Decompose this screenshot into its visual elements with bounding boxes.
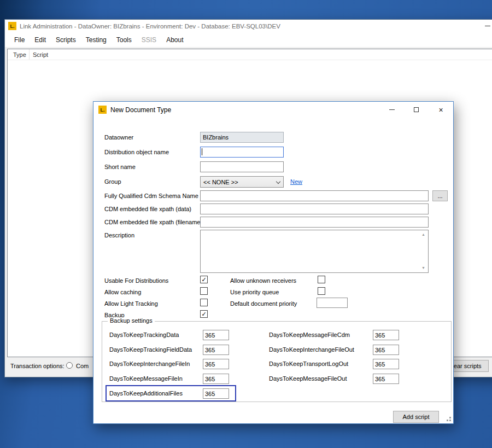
dialog-window-controls: × — [379, 102, 453, 118]
main-window-controls: × — [475, 20, 492, 32]
new-document-type-dialog: L. New Document Type × Dataowner Distrib… — [93, 101, 454, 424]
days-tracking-data-field[interactable] — [203, 330, 229, 340]
minimize-icon — [389, 109, 395, 110]
description-field-wrap: ▲ ▼ — [200, 230, 429, 273]
allow-light-tracking-label: Allow Light Tracking — [104, 300, 158, 307]
transaction-options-label: Transaction options: — [10, 363, 65, 369]
default-document-priority-label: Default document priority — [230, 300, 297, 307]
cdm-schema-name-label: Fully Qualified Cdm Schema Name — [104, 193, 198, 199]
days-message-file-cdm-label: DaysToKeepMessageFileCdm — [269, 331, 350, 338]
menu-about[interactable]: About — [161, 36, 188, 44]
dialog-close-button[interactable]: × — [429, 102, 453, 118]
menu-scripts[interactable]: Scripts — [51, 36, 81, 44]
dialog-app-icon: L. — [98, 106, 107, 114]
days-interchange-file-out-label: DaysToKeepInterchangeFileOut — [269, 346, 354, 353]
use-priority-queue-label: Use priority queue — [230, 289, 279, 295]
menubar: File Edit Scripts Testing Tools SSIS Abo… — [5, 32, 492, 47]
days-interchange-file-out-field[interactable] — [373, 345, 399, 355]
days-message-file-out-field[interactable] — [373, 374, 399, 384]
backup-checkbox[interactable]: ✓ — [200, 310, 208, 318]
app-icon: L. — [8, 22, 16, 30]
column-header-type[interactable]: Type — [8, 49, 30, 60]
column-header-script[interactable]: Script — [30, 49, 492, 60]
main-window-title: Link Administration - DataOwner: BIZbrai… — [20, 23, 280, 30]
minimize-icon — [485, 26, 490, 26]
scroll-down-icon[interactable]: ▼ — [419, 264, 427, 272]
list-header: Type Script — [8, 49, 492, 60]
cdm-schema-name-field[interactable] — [200, 190, 429, 201]
menu-testing[interactable]: Testing — [81, 36, 112, 44]
days-additional-files-label: DaysToKeepAdditionalFiles — [109, 390, 183, 397]
days-additional-files-field[interactable] — [203, 388, 229, 399]
transaction-option-radio-label: Com — [76, 363, 89, 369]
days-transport-log-out-label: DaysToKeepTransportLogOut — [269, 360, 348, 367]
menu-ssis: SSIS — [137, 36, 161, 44]
days-tracking-field-data-label: DaysToKeepTrackingFieldData — [109, 346, 192, 353]
dialog-titlebar[interactable]: L. New Document Type × — [93, 102, 453, 118]
xpath-data-label: CDM embedded file xpath (data) — [104, 206, 191, 212]
menu-file[interactable]: File — [9, 36, 30, 44]
main-titlebar[interactable]: L. Link Administration - DataOwner: BIZb… — [5, 20, 492, 32]
group-label: Group — [104, 178, 121, 185]
dialog-title: New Document Type — [110, 106, 171, 114]
allow-light-tracking-checkbox[interactable] — [200, 299, 208, 306]
days-message-file-in-field[interactable] — [203, 374, 229, 384]
distribution-object-name-label: Distribution object name — [104, 149, 169, 155]
menu-edit[interactable]: Edit — [30, 36, 51, 44]
new-group-link[interactable]: New — [290, 178, 302, 185]
short-name-field[interactable] — [200, 161, 284, 172]
close-icon: × — [438, 106, 443, 114]
default-document-priority-field[interactable] — [317, 298, 348, 308]
resize-grip[interactable] — [449, 420, 451, 421]
xpath-filename-field[interactable] — [200, 217, 429, 228]
add-script-button[interactable]: Add script — [393, 411, 439, 423]
xpath-filename-label: CDM embedded file xpath (filename) — [104, 219, 202, 225]
days-transport-log-out-field[interactable] — [373, 359, 399, 369]
scroll-up-icon[interactable]: ▲ — [419, 231, 427, 238]
browse-button[interactable]: ... — [432, 190, 448, 201]
allow-unknown-receivers-checkbox[interactable] — [318, 276, 325, 283]
days-message-file-in-label: DaysToKeepMessageFileIn — [109, 375, 183, 382]
days-interchange-file-in-field[interactable] — [203, 359, 229, 369]
usable-for-distributions-checkbox[interactable]: ✓ — [200, 276, 208, 283]
allow-caching-checkbox[interactable] — [200, 287, 208, 295]
maximize-icon — [414, 107, 419, 112]
dataowner-field — [200, 132, 284, 143]
chevron-down-icon — [276, 179, 280, 184]
xpath-data-field[interactable] — [200, 203, 429, 214]
use-priority-queue-checkbox[interactable] — [318, 287, 325, 295]
short-name-label: Short name — [104, 164, 136, 170]
allow-caching-label: Allow caching — [104, 289, 141, 295]
allow-unknown-receivers-label: Allow unknown receivers — [230, 277, 296, 284]
group-dropdown-value: << NONE >> — [203, 179, 238, 185]
dialog-minimize-button[interactable] — [379, 102, 404, 118]
backup-settings-title: Backup settings — [108, 317, 155, 324]
backup-settings-group: Backup settings DaysToKeepTrackingData D… — [102, 321, 452, 402]
days-interchange-file-in-label: DaysToKeepInterchangeFileIn — [109, 360, 190, 367]
minimize-button[interactable] — [475, 20, 492, 32]
days-message-file-cdm-field[interactable] — [373, 330, 399, 340]
description-field[interactable] — [201, 230, 419, 272]
days-tracking-field-data-field[interactable] — [203, 345, 229, 355]
menu-tools[interactable]: Tools — [112, 36, 137, 44]
dataowner-label: Dataowner — [104, 134, 133, 141]
days-tracking-data-label: DaysToKeepTrackingData — [109, 331, 179, 338]
distribution-object-name-field[interactable] — [200, 147, 284, 158]
transaction-option-radio[interactable] — [66, 362, 73, 369]
days-message-file-out-label: DaysToKeepMessageFileOut — [269, 375, 347, 382]
usable-for-distributions-label: Usable For Distributions — [104, 277, 168, 284]
dialog-maximize-button[interactable] — [404, 102, 429, 118]
group-dropdown[interactable]: << NONE >> — [200, 176, 284, 188]
description-label: Description — [104, 232, 134, 238]
text-caret — [202, 148, 202, 155]
